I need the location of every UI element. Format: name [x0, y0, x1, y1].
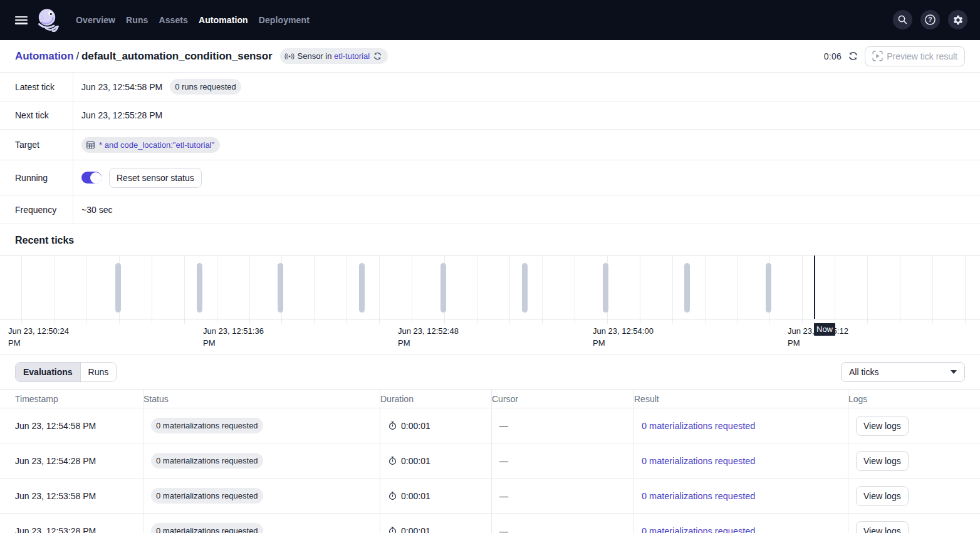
timeline-gridline — [509, 256, 510, 319]
timeline-axis-tick — [152, 319, 152, 324]
result-link[interactable]: 0 materializations requested — [642, 526, 755, 533]
duration-value: 0:00:01 — [388, 421, 430, 431]
status-badge: 0 materializations requested — [151, 523, 263, 533]
timeline-gridline — [672, 256, 673, 319]
status-badge: 0 materializations requested — [151, 418, 263, 433]
timeline-axis-tick — [54, 319, 55, 324]
nav-item-overview[interactable]: Overview — [76, 0, 115, 40]
view-logs-button[interactable]: View logs — [856, 416, 909, 436]
evaluation-timestamp: Jun 23, 12:54:28 PM — [0, 443, 143, 478]
timeline-axis-tick — [119, 319, 120, 324]
column-header-logs: Logs — [848, 390, 980, 408]
nav-item-assets[interactable]: Assets — [159, 0, 188, 40]
tick-bar[interactable] — [603, 263, 608, 313]
top-nav: OverviewRunsAssetsAutomationDeployment ? — [0, 0, 980, 40]
evaluation-duration: 0:00:01 — [380, 514, 492, 533]
evaluation-result: 0 materializations requested — [634, 514, 848, 533]
timeline-axis-tick — [575, 319, 575, 324]
frequency-row: Frequency ~30 sec — [0, 195, 980, 224]
timeline-gridline — [86, 256, 87, 319]
timeline-axis-tick — [347, 319, 347, 324]
recent-ticks-section: Recent ticks Jun 23, 12:50:24 PMJun 23, … — [0, 224, 980, 355]
menu-icon[interactable] — [15, 16, 28, 24]
duration-text: 0:00:01 — [401, 456, 430, 466]
tick-bar[interactable] — [684, 263, 690, 313]
search-icon — [897, 14, 908, 25]
tab-evaluations[interactable]: Evaluations — [16, 363, 80, 381]
duration-value: 0:00:01 — [388, 456, 430, 466]
tick-bar[interactable] — [278, 263, 283, 313]
nav-links: OverviewRunsAssetsAutomationDeployment — [76, 0, 310, 40]
tick-timeline-axis: Jun 23, 12:50:24 PMJun 23, 12:51:36 PMJu… — [0, 319, 980, 355]
sensor-badge-text: Sensor in etl-tutorial — [298, 51, 370, 61]
duration-text: 0:00:01 — [401, 421, 430, 431]
view-logs-button[interactable]: View logs — [856, 521, 909, 533]
target-value: * and code_location:"etl-tutorial" — [73, 130, 980, 160]
refresh-now-icon[interactable] — [848, 51, 858, 61]
breadcrumb-automation-link[interactable]: Automation — [15, 50, 73, 62]
timeline-axis-tick — [607, 319, 608, 324]
preview-tick-result-button[interactable]: Preview tick result — [865, 46, 965, 66]
evaluation-status: 0 materializations requested — [143, 443, 380, 478]
running-value: Reset sensor status — [73, 160, 980, 195]
timeline-axis-tick — [738, 319, 738, 324]
tick-filter-value: All ticks — [849, 367, 878, 377]
result-link[interactable]: 0 materializations requested — [642, 421, 755, 431]
result-link[interactable]: 0 materializations requested — [642, 491, 755, 501]
evaluations-table-body: Jun 23, 12:54:58 PM0 materializations re… — [0, 408, 980, 533]
target-selection-badge[interactable]: * and code_location:"etl-tutorial" — [81, 137, 220, 153]
svg-text:?: ? — [928, 16, 932, 23]
tick-bar[interactable] — [522, 263, 528, 313]
tick-bar[interactable] — [440, 263, 446, 313]
evaluation-row: Jun 23, 12:54:58 PM0 materializations re… — [0, 408, 980, 443]
timeline-axis-label: Jun 23, 12:52:48 PM — [398, 325, 467, 349]
nav-item-deployment[interactable]: Deployment — [259, 0, 310, 40]
evaluations-table: TimestampStatusDurationCursorResultLogs … — [0, 389, 980, 533]
timeline-gridline — [835, 256, 835, 319]
chevron-down-icon — [951, 370, 957, 374]
page-header: Automation/default_automation_condition_… — [0, 40, 980, 72]
nav-item-runs[interactable]: Runs — [126, 0, 148, 40]
tick-bar[interactable] — [766, 263, 771, 313]
timeline-gridline — [54, 256, 55, 319]
nav-item-automation[interactable]: Automation — [199, 0, 248, 40]
evaluation-logs: View logs — [848, 408, 980, 443]
evaluation-logs: View logs — [848, 479, 980, 513]
running-row: Running Reset sensor status — [0, 160, 980, 195]
duration-text: 0:00:01 — [401, 491, 430, 501]
refresh-icon[interactable] — [373, 51, 382, 61]
view-logs-button[interactable]: View logs — [856, 451, 909, 471]
column-header-timestamp: Timestamp — [0, 390, 143, 408]
latest-tick-label: Latest tick — [0, 73, 73, 101]
view-logs-button[interactable]: View logs — [856, 486, 909, 506]
tick-filter-select[interactable]: All ticks — [841, 362, 965, 382]
running-toggle[interactable] — [81, 172, 102, 184]
frequency-value-cell: ~30 sec — [73, 195, 980, 224]
tab-runs[interactable]: Runs — [80, 363, 117, 381]
reset-sensor-status-button[interactable]: Reset sensor status — [109, 168, 202, 188]
timeline-axis-tick — [412, 319, 412, 324]
preview-icon — [872, 51, 883, 61]
settings-button[interactable] — [948, 10, 967, 29]
gear-icon — [952, 14, 964, 26]
evaluation-cursor: — — [492, 443, 634, 478]
evaluation-duration: 0:00:01 — [380, 408, 492, 443]
tick-bar[interactable] — [197, 263, 202, 313]
timeline-gridline — [867, 256, 868, 319]
tick-bar[interactable] — [359, 263, 365, 313]
timeline-axis-tick — [21, 319, 22, 324]
evaluation-cursor: — — [492, 514, 634, 533]
help-button[interactable]: ? — [920, 10, 940, 29]
timeline-axis-tick — [769, 319, 770, 324]
search-button[interactable] — [893, 10, 912, 29]
tick-bar[interactable] — [115, 263, 121, 313]
refresh-countdown: 0:06 — [824, 51, 842, 61]
result-link[interactable]: 0 materializations requested — [642, 456, 755, 466]
toggle-knob — [90, 172, 102, 184]
code-location-link[interactable]: etl-tutorial — [334, 51, 370, 61]
timeline-axis-tick — [542, 319, 543, 324]
timeline-axis-tick — [509, 319, 510, 324]
dagster-logo[interactable] — [37, 8, 61, 32]
evaluation-status: 0 materializations requested — [143, 514, 380, 533]
timeline-gridline — [314, 256, 315, 319]
